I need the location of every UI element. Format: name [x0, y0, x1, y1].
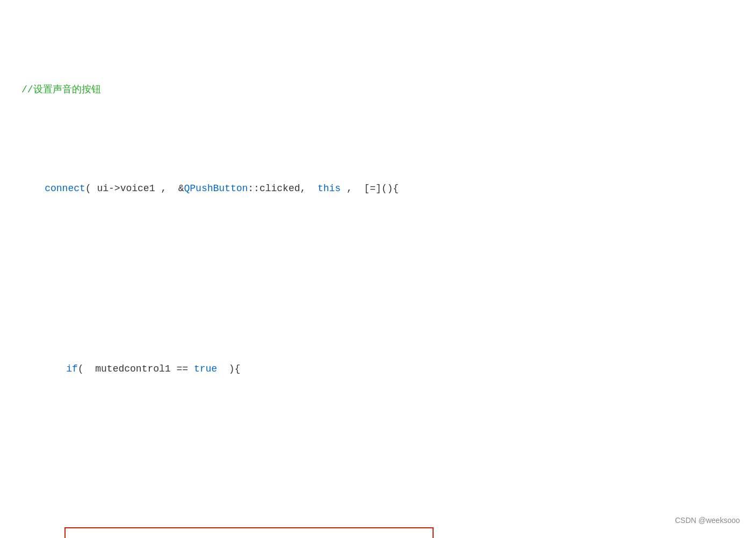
if-cond-2: ){: [217, 363, 240, 374]
connect-keyword: connect: [45, 183, 85, 194]
if-cond-1: ( mutedcontrol1 ==: [78, 363, 194, 374]
connect-line: connect( ui->voice1 , &QPushButton::clic…: [21, 164, 735, 213]
blank-2: [21, 443, 735, 460]
true-keyword-1: true: [194, 363, 217, 374]
connect-class: QPushButton: [184, 183, 248, 194]
connect-args-3: , [=](){: [341, 183, 399, 194]
connect-args-2: ::clicked,: [248, 183, 318, 194]
if-line: if( mutedcontrol1 == true ){: [21, 345, 735, 394]
connect-this: this: [318, 183, 341, 194]
comment-line-1: //设置声音的按钮: [21, 82, 735, 98]
connect-args-1: ( ui->voice1 , &: [85, 183, 184, 194]
footer-text: CSDN @weeksooo: [675, 514, 740, 527]
red-box-1: //如果静音控制按钮为true，表示静音 ， 那么一点击，就不是静音了 audi…: [64, 527, 434, 538]
blank-1: [21, 263, 735, 279]
code-block: //设置声音的按钮 connect( ui->voice1 , &QPushBu…: [21, 16, 735, 538]
if-keyword: if: [66, 363, 78, 374]
